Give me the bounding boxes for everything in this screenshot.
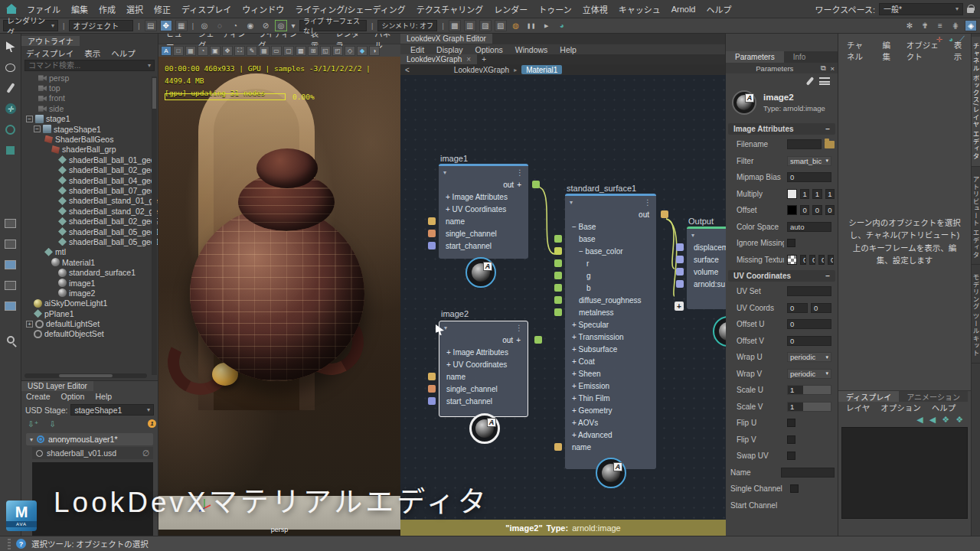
offset-g-input[interactable]: 0 xyxy=(812,205,822,215)
select-component-icon[interactable]: ▦ xyxy=(175,20,188,31)
multiply-color-swatch[interactable] xyxy=(787,189,797,199)
new-layer-icon[interactable]: ◀ xyxy=(916,415,923,425)
add-output-icon[interactable]: + xyxy=(516,336,521,344)
row-geometry[interactable]: + Geometry xyxy=(565,404,656,416)
poses-icon[interactable]: ⋕ xyxy=(949,20,962,31)
base-port[interactable] xyxy=(554,235,562,243)
home-icon[interactable] xyxy=(6,4,17,14)
usd-menu-option[interactable]: Option xyxy=(57,392,90,401)
single-channel-port[interactable] xyxy=(428,230,436,237)
tree-item-image2[interactable]: image2 xyxy=(21,288,158,298)
row-displacement[interactable]: displacem xyxy=(687,241,726,253)
base-color-port[interactable] xyxy=(554,247,562,255)
mute-layer-icon[interactable]: ∅ xyxy=(142,448,149,458)
row-name[interactable]: name xyxy=(565,441,656,453)
chevron-down-icon[interactable]: ▾ xyxy=(148,62,154,69)
snap-live-icon[interactable]: ◎ xyxy=(275,20,287,31)
kebab-menu-icon[interactable]: ⋮ xyxy=(515,324,523,332)
folder-icon[interactable] xyxy=(825,141,835,148)
scale-u-slider[interactable]: 1 xyxy=(787,385,831,395)
tree-item-defaultlightset[interactable]: +defaultLightSet xyxy=(21,318,158,328)
greasepencil-icon[interactable]: ✎ xyxy=(247,46,257,56)
outliner-menu-show[interactable]: 表示 xyxy=(80,47,105,59)
toon-icon[interactable]: ◍ xyxy=(510,20,522,31)
add-layer-icon[interactable]: ⇩⁺ xyxy=(28,419,38,429)
menu-texturing[interactable]: テクスチャリング xyxy=(411,3,489,15)
menu-cache[interactable]: キャッシュ xyxy=(613,3,666,15)
new-empty-layer-icon[interactable]: ❖ xyxy=(942,415,949,425)
layout-custom-button[interactable] xyxy=(4,299,18,313)
hypershade-icon[interactable]: ◕ xyxy=(556,20,568,31)
row-volume[interactable]: volume xyxy=(687,266,726,278)
play-icon[interactable]: ▶ xyxy=(541,20,553,31)
row-base[interactable]: base xyxy=(565,233,656,245)
filter-dropdown[interactable]: smart_bic▾ xyxy=(787,156,831,166)
filename-input[interactable] xyxy=(787,139,822,149)
menu-display[interactable]: ディスプレイ xyxy=(176,3,237,15)
lock-icon[interactable] xyxy=(967,5,974,13)
wrap-u-dropdown[interactable]: periodic▾ xyxy=(787,352,831,362)
node-image1[interactable]: image1 ▾ ⋮ out+ + Image Attributes + UV … xyxy=(439,164,528,259)
tree-item-top[interactable]: top xyxy=(21,83,158,93)
sidebar-tab-modeling-toolkit[interactable]: モデリング ツールキット xyxy=(972,268,980,364)
graph-menu-windows[interactable]: Windows xyxy=(510,45,554,54)
camera-attributes-icon[interactable]: ▦ xyxy=(185,46,196,56)
node-image2[interactable]: image2 ▾ ⋮ out+ + Image Attributes + UV … xyxy=(439,321,528,417)
textured-icon[interactable]: ◑ xyxy=(369,46,380,56)
volume-port[interactable] xyxy=(676,268,684,276)
uv-coords-v-input[interactable]: 0 xyxy=(811,303,831,313)
menu-create[interactable]: 作成 xyxy=(93,3,121,15)
menu-render[interactable]: レンダー xyxy=(488,3,533,15)
swap-uv-checkbox[interactable] xyxy=(787,452,795,460)
row-advanced[interactable]: + Advanced xyxy=(565,429,656,441)
collapse-icon[interactable]: ▾ xyxy=(570,199,573,206)
select-hierarchy-icon[interactable]: ▤ xyxy=(145,20,157,31)
name-port[interactable] xyxy=(428,217,436,225)
missing-g-input[interactable]: 0 xyxy=(809,255,815,265)
outliner-horizontal-scrollbar[interactable] xyxy=(24,373,147,378)
row-name[interactable]: name xyxy=(439,370,528,383)
layer-state-icon[interactable] xyxy=(36,450,43,457)
tree-item-ball-02-geo[interactable]: shaderBall_ball_02_geo xyxy=(21,165,158,175)
usd-layer-child-row[interactable]: shaderball_v01.usd ∅ xyxy=(32,447,153,459)
options-menu[interactable]: オプション xyxy=(876,402,926,413)
snap-projected-icon[interactable]: ◉ xyxy=(244,20,256,31)
snap-point-icon[interactable]: ◔ xyxy=(229,20,241,31)
scale-v-slider[interactable]: 1 xyxy=(787,402,831,412)
tree-item-ball-01-geo[interactable]: shaderBall_ball_01_geo xyxy=(21,155,158,165)
close-icon[interactable]: × xyxy=(830,64,835,73)
node-output[interactable]: Output ▾ displacem surface volume arnold… xyxy=(687,227,726,309)
layers-menu[interactable]: レイヤ xyxy=(841,402,874,413)
add-output-icon[interactable]: + xyxy=(517,181,521,189)
channel-menu-channels[interactable]: チャネル xyxy=(841,39,876,62)
tree-item-material1[interactable]: Material1 xyxy=(21,257,158,267)
snap-grid-icon[interactable]: ◎ xyxy=(198,20,211,31)
layout-outliner-persp-button[interactable] xyxy=(4,279,18,292)
workspace-dropdown[interactable]: 一般* ▾ xyxy=(879,3,963,15)
rotate-tool[interactable] xyxy=(4,122,18,136)
help-menu[interactable]: ヘルプ xyxy=(927,402,961,413)
menu-modify[interactable]: 修正 xyxy=(149,3,176,15)
oversan-icon[interactable]: ⛶ xyxy=(234,46,245,56)
section-image-attributes[interactable]: Image Attributes− xyxy=(728,123,835,135)
name-port[interactable] xyxy=(428,373,436,380)
popout-icon[interactable]: ⧉ xyxy=(821,64,826,73)
render-sequence-icon[interactable]: ▧ xyxy=(495,20,507,31)
layout-split-pane-button[interactable] xyxy=(4,258,18,272)
pin-icon[interactable] xyxy=(806,77,815,86)
row-image-attributes[interactable]: + Image Attributes xyxy=(439,191,528,203)
tree-item-persp[interactable]: persp xyxy=(21,73,158,83)
row-diffuse-roughness[interactable]: diffuse_roughness xyxy=(565,294,656,306)
row-image-attributes[interactable]: + Image Attributes xyxy=(439,346,528,358)
outliner-menu-help[interactable]: ヘルプ xyxy=(106,47,140,59)
r-port[interactable] xyxy=(554,259,562,267)
usd-menu-create[interactable]: Create xyxy=(21,392,55,401)
node-graph-canvas[interactable]: image1 ▾ ⋮ out+ + Image Attributes + UV … xyxy=(400,75,726,520)
row-coat[interactable]: + Coat xyxy=(565,355,656,367)
row-uv-coordinates[interactable]: + UV Coordinates xyxy=(439,203,528,215)
missing-b-input[interactable]: 0 xyxy=(818,255,825,265)
new-graph-tab-button[interactable]: + xyxy=(477,55,491,64)
tab-info[interactable]: Info xyxy=(784,51,815,63)
out-port[interactable] xyxy=(534,336,542,344)
move-tool[interactable]: ✛ xyxy=(4,102,18,116)
